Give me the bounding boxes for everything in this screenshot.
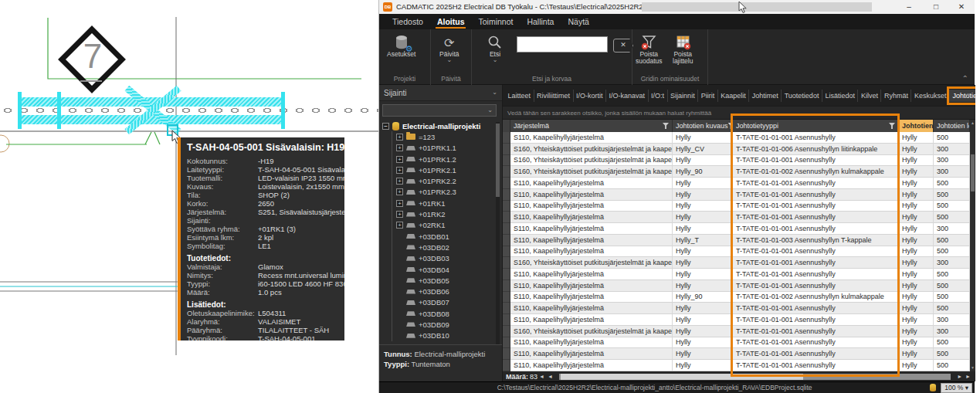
cell-johtotietyyppi[interactable]: T-TATE-01-01-001 Asennushylly bbox=[733, 189, 899, 201]
category-tab[interactable]: I/O-kortit bbox=[574, 90, 607, 102]
cell-johtotien-kuvaus[interactable]: Hylly bbox=[673, 212, 733, 223]
row-indicator-cell[interactable] bbox=[503, 292, 510, 303]
cell-johtotien-kuvaus[interactable]: Hylly bbox=[673, 257, 733, 269]
cell-johtotietyyppi[interactable]: T-TATE-01-01-001 Asennushylly bbox=[733, 303, 899, 314]
tree-item[interactable]: +03DB02 bbox=[379, 242, 497, 252]
nav-first-icon[interactable]: ◄ bbox=[539, 374, 544, 379]
row-indicator-cell[interactable] bbox=[503, 257, 510, 269]
tree-item[interactable]: + +01PRK1.2 bbox=[379, 154, 497, 164]
row-indicator-cell[interactable] bbox=[503, 132, 510, 144]
row-indicator-cell[interactable] bbox=[503, 314, 510, 326]
tree-item[interactable]: +03DB05 bbox=[379, 275, 497, 286]
cell-jarjestelma[interactable]: S160, Yhteiskäyttöiset putkitusjärjestel… bbox=[510, 166, 673, 178]
tree-item[interactable]: +03DB01 bbox=[379, 231, 497, 242]
tree-item[interactable]: +03DB08 bbox=[379, 308, 497, 319]
cell-jarjestelma[interactable]: S160, Yhteiskäyttöiset putkitusjärjestel… bbox=[510, 257, 673, 269]
cell-johtotien-kuvaus[interactable]: Hylly_90 bbox=[673, 166, 733, 178]
tree-item[interactable]: + +01PRK1.1 bbox=[379, 143, 497, 154]
column-header-johtotietyyppi[interactable]: Johtotietyyppi bbox=[733, 120, 899, 132]
row-indicator-cell[interactable] bbox=[503, 360, 510, 371]
cell-johtotietyyppi[interactable]: T-TATE-01-01-001 Asennushylly bbox=[733, 257, 899, 269]
expand-icon[interactable]: + bbox=[396, 167, 403, 174]
group-by-bar[interactable]: Vedä tähän sen sarakkeen otsikko, jonka … bbox=[503, 106, 975, 120]
poista-lajittelu-button[interactable]: Poista lajittelu bbox=[673, 34, 693, 65]
cell-johtotien-kuvaus[interactable]: Hylly bbox=[673, 303, 733, 314]
tree-item[interactable]: +03DB07 bbox=[379, 297, 497, 308]
tree-item[interactable]: + +01PRK2.2 bbox=[379, 175, 497, 186]
table-row[interactable]: S160, Yhteiskäyttöiset putkitusjärjestel… bbox=[503, 144, 970, 155]
category-tab[interactable]: Piirit bbox=[698, 90, 718, 102]
cell-johtotien-kuvaus[interactable]: Hylly_90 bbox=[673, 292, 733, 303]
cell-johtotien-leveys[interactable]: 300 bbox=[934, 314, 970, 326]
cell-johtotietyyppi[interactable]: T-TATE-01-01-001 Asennushylly bbox=[733, 155, 899, 167]
collapse-ribbon-button[interactable]: ⌃ bbox=[962, 74, 968, 83]
cell-johtotien-kuvaus[interactable]: Hylly_T bbox=[673, 235, 733, 246]
cell-johtotien[interactable]: Hylly bbox=[899, 155, 934, 167]
cell-johtotietyyppi[interactable]: T-TATE-01-01-001 Asennushylly bbox=[733, 212, 899, 223]
cell-johtotien[interactable]: Hylly bbox=[899, 201, 934, 212]
cell-johtotien-kuvaus[interactable]: Hylly bbox=[673, 314, 733, 326]
poista-suodatus-button[interactable]: Poista suodatus bbox=[636, 34, 663, 65]
grid-vertical-scrollbar[interactable]: ▲ ▼ bbox=[970, 120, 975, 371]
expand-icon[interactable]: + bbox=[396, 178, 403, 185]
row-indicator-cell[interactable] bbox=[503, 223, 510, 235]
tree-item[interactable]: +03DB09 bbox=[379, 319, 497, 330]
cell-johtotien-kuvaus[interactable]: Hylly bbox=[673, 360, 733, 371]
cell-johtotien-kuvaus[interactable]: Hylly bbox=[673, 326, 733, 337]
cell-jarjestelma[interactable]: S110, Kaapelihyllyjärjestelmä bbox=[510, 360, 673, 371]
table-row[interactable]: S160, Yhteiskäyttöiset putkitusjärjestel… bbox=[503, 155, 970, 167]
row-indicator-cell[interactable] bbox=[503, 303, 510, 314]
tree-item[interactable]: + +01RK1 bbox=[379, 198, 497, 208]
cell-jarjestelma[interactable]: S110, Kaapelihyllyjärjestelmä bbox=[510, 212, 673, 223]
cell-johtotietyyppi[interactable]: T-TATE-01-01-001 Asennushylly bbox=[733, 326, 899, 337]
expand-icon[interactable]: + bbox=[396, 188, 403, 195]
table-row[interactable]: S110, Kaapelihyllyjärjestelmä Hylly T-TA… bbox=[503, 269, 970, 280]
table-row[interactable]: S110, Kaapelihyllyjärjestelmä Hylly T-TA… bbox=[503, 212, 970, 223]
row-indicator-cell[interactable] bbox=[503, 201, 510, 212]
cell-johtotietyyppi[interactable]: T-TATE-01-01-001 Asennushylly bbox=[733, 178, 899, 189]
row-indicator-cell[interactable] bbox=[503, 348, 510, 360]
column-header-johtotien-filtered[interactable]: Johtotien bbox=[899, 120, 934, 132]
row-indicator-cell[interactable] bbox=[503, 189, 510, 201]
row-indicator-cell[interactable] bbox=[503, 178, 510, 189]
cell-johtotien-leveys[interactable]: 500 bbox=[934, 246, 970, 258]
cell-johtotien-kuvaus[interactable]: Hylly bbox=[673, 337, 733, 349]
cell-johtotien-kuvaus[interactable]: Hylly bbox=[673, 178, 733, 189]
cell-johtotien-leveys[interactable]: 300 bbox=[934, 144, 970, 155]
filter-funnel-icon[interactable] bbox=[663, 123, 669, 129]
nav-prev-icon[interactable]: ◄ bbox=[548, 374, 553, 379]
category-tab[interactable]: I/O:t bbox=[649, 90, 668, 102]
cell-johtotien-kuvaus[interactable]: Hylly bbox=[673, 223, 733, 235]
grid-horizontal-scrollbar[interactable] bbox=[559, 374, 951, 380]
window-titlebar[interactable]: DB CADMATIC 2025H2 Electrical DB Työkalu… bbox=[379, 0, 975, 14]
row-indicator-cell[interactable] bbox=[503, 269, 510, 280]
row-indicator-cell[interactable] bbox=[503, 155, 510, 167]
cell-johtotien-kuvaus[interactable]: Hylly bbox=[673, 269, 733, 280]
cell-johtotien[interactable]: Hylly bbox=[899, 166, 934, 178]
table-row[interactable]: S110, Kaapelihyllyjärjestelmä Hylly_90 T… bbox=[503, 292, 970, 303]
cell-johtotietyyppi[interactable]: T-TATE-01-01-006 Asennushyllyn liitinkap… bbox=[733, 144, 899, 155]
cell-johtotietyyppi[interactable]: T-TATE-01-01-001 Asennushylly bbox=[733, 337, 899, 349]
clear-search-button[interactable]: ✕ bbox=[613, 39, 633, 53]
cell-johtotietyyppi[interactable]: T-TATE-01-01-001 Asennushylly bbox=[733, 132, 899, 144]
menu-item[interactable]: Hallinta bbox=[520, 14, 561, 29]
table-row[interactable]: S110, Kaapelihyllyjärjestelmä Hylly T-TA… bbox=[503, 303, 970, 314]
tree-item[interactable]: +03DB06 bbox=[379, 286, 497, 296]
cell-jarjestelma[interactable]: S110, Kaapelihyllyjärjestelmä bbox=[510, 337, 673, 349]
cell-johtotien[interactable]: Hylly bbox=[899, 348, 934, 360]
cell-jarjestelma[interactable]: S110, Kaapelihyllyjärjestelmä bbox=[510, 223, 673, 235]
cell-johtotien[interactable]: Hylly bbox=[899, 246, 934, 258]
table-row[interactable]: S110, Kaapelihyllyjärjestelmä Hylly T-TA… bbox=[503, 189, 970, 201]
cell-johtotietyyppi[interactable]: T-TATE-01-01-001 Asennushylly bbox=[733, 246, 899, 258]
cell-johtotien-kuvaus[interactable]: Hylly bbox=[673, 201, 733, 212]
filter-funnel-icon[interactable] bbox=[889, 123, 895, 129]
cell-johtotien[interactable]: Hylly bbox=[899, 280, 934, 292]
table-row[interactable]: S110, Kaapelihyllyjärjestelmä Hylly T-TA… bbox=[503, 201, 970, 212]
column-header-johtotien-kuvaus[interactable]: Johtotien kuvaus bbox=[673, 120, 733, 132]
zoom-level-button[interactable]: 100 % ▾ bbox=[941, 383, 972, 393]
cell-johtotien-leveys[interactable]: 300 bbox=[934, 155, 970, 167]
cell-jarjestelma[interactable]: S110, Kaapelihyllyjärjestelmä bbox=[510, 201, 673, 212]
row-indicator-cell[interactable] bbox=[503, 166, 510, 178]
row-indicator-cell[interactable] bbox=[503, 337, 510, 349]
cell-johtotien[interactable]: Hylly bbox=[899, 257, 934, 269]
